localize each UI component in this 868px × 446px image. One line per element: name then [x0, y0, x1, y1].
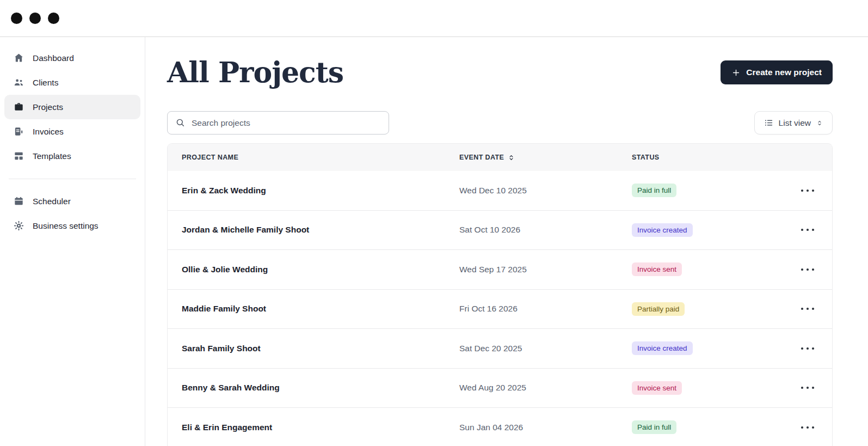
status-cell: Partially paid: [632, 302, 783, 316]
templates-icon: [13, 150, 24, 162]
event-date-cell: Wed Sep 17 2025: [459, 265, 632, 274]
sidebar-divider: [9, 179, 136, 179]
create-new-project-label: Create new project: [746, 68, 822, 77]
sidebar-item-label: Dashboard: [33, 53, 74, 63]
status-cell: Invoice sent: [632, 262, 783, 276]
status-badge: Paid in full: [632, 420, 676, 434]
home-icon: [13, 52, 24, 64]
users-icon: [13, 77, 24, 89]
column-header-event-date[interactable]: EVENT DATE: [459, 154, 632, 161]
window-control-dot[interactable]: [11, 13, 22, 24]
plus-icon: [731, 68, 741, 77]
row-actions-menu-button[interactable]: [797, 224, 818, 235]
project-name-cell: Jordan & Michelle Family Shoot: [182, 225, 459, 235]
status-cell: Paid in full: [632, 184, 783, 197]
table-row[interactable]: Ollie & Jolie WeddingWed Sep 17 2025Invo…: [168, 250, 832, 290]
sidebar-item-dashboard[interactable]: Dashboard: [4, 46, 140, 70]
status-badge: Invoice created: [632, 223, 693, 237]
table-row[interactable]: Sarah Family ShootSat Dec 20 2025Invoice…: [168, 329, 832, 369]
sidebar-item-clients[interactable]: Clients: [4, 70, 140, 95]
table-row[interactable]: Benny & Sarah WeddingWed Aug 20 2025Invo…: [168, 369, 832, 408]
status-cell: Invoice sent: [632, 381, 783, 395]
page-header: All Projects Create new project: [167, 56, 833, 89]
window-control-dot[interactable]: [29, 13, 41, 24]
project-name-cell: Eli & Erin Engagement: [182, 423, 459, 432]
status-cell: Invoice created: [632, 341, 783, 355]
status-badge: Paid in full: [632, 184, 676, 197]
sidebar-item-label: Invoices: [33, 127, 64, 137]
sidebar-item-business-settings[interactable]: Business settings: [4, 213, 140, 238]
row-actions-menu-button[interactable]: [797, 382, 818, 393]
status-badge: Invoice sent: [632, 381, 682, 395]
row-actions-menu-button[interactable]: [797, 264, 818, 275]
sidebar-nav-primary: DashboardClientsProjectsInvoicesTemplate…: [4, 46, 140, 168]
briefcase-icon: [13, 101, 24, 113]
project-name-cell: Benny & Sarah Wedding: [182, 383, 459, 393]
status-cell: Invoice created: [632, 223, 783, 237]
window-control-dot[interactable]: [48, 13, 59, 24]
event-date-cell: Sat Dec 20 2025: [459, 344, 632, 353]
status-badge: Invoice sent: [632, 262, 682, 276]
sidebar-item-invoices[interactable]: Invoices: [4, 119, 140, 144]
gear-icon: [13, 220, 24, 232]
sidebar-item-scheduler[interactable]: Scheduler: [4, 189, 140, 213]
table-row[interactable]: Jordan & Michelle Family ShootSat Oct 10…: [168, 211, 832, 251]
sort-up-down-icon: [508, 154, 515, 161]
main-content: All Projects Create new project: [145, 37, 868, 446]
view-mode-select[interactable]: List view: [754, 111, 833, 135]
sidebar-item-label: Clients: [33, 78, 58, 88]
table-body: Erin & Zack WeddingWed Dec 10 2025Paid i…: [168, 171, 832, 446]
status-cell: Paid in full: [632, 420, 783, 434]
sidebar-item-label: Templates: [33, 151, 71, 161]
table-row[interactable]: Erin & Zack WeddingWed Dec 10 2025Paid i…: [168, 171, 832, 211]
event-date-cell: Wed Aug 20 2025: [459, 383, 632, 393]
table-row[interactable]: Maddie Family ShootFri Oct 16 2026Partia…: [168, 290, 832, 329]
row-actions-menu-button[interactable]: [797, 303, 818, 314]
event-date-cell: Sat Oct 10 2026: [459, 225, 632, 235]
search-icon: [175, 118, 186, 128]
event-date-cell: Wed Dec 10 2025: [459, 186, 632, 195]
row-actions-menu-button[interactable]: [797, 343, 818, 354]
status-badge: Partially paid: [632, 302, 685, 316]
sidebar-item-projects[interactable]: Projects: [4, 95, 140, 119]
window-titlebar: [0, 0, 868, 37]
search-projects-box: [167, 111, 389, 135]
create-new-project-button[interactable]: Create new project: [721, 60, 833, 84]
project-name-cell: Sarah Family Shoot: [182, 344, 459, 353]
project-name-cell: Maddie Family Shoot: [182, 304, 459, 314]
window-controls: [11, 13, 59, 24]
page-title: All Projects: [167, 56, 343, 89]
sidebar-item-label: Projects: [33, 102, 63, 112]
table-header-row: PROJECT NAME EVENT DATE STATUS: [168, 144, 832, 171]
event-date-cell: Fri Oct 16 2026: [459, 304, 632, 314]
sidebar-item-label: Business settings: [33, 221, 99, 231]
event-date-cell: Sun Jan 04 2026: [459, 423, 632, 432]
app-shell: DashboardClientsProjectsInvoicesTemplate…: [0, 37, 868, 446]
up-down-chevrons-icon: [816, 119, 823, 127]
column-header-project-name: PROJECT NAME: [182, 154, 459, 161]
row-actions-menu-button[interactable]: [797, 185, 818, 196]
sidebar: DashboardClientsProjectsInvoicesTemplate…: [0, 37, 145, 446]
column-header-status: STATUS: [632, 154, 783, 161]
search-projects-input[interactable]: [192, 118, 381, 128]
status-badge: Invoice created: [632, 341, 693, 355]
projects-table: PROJECT NAME EVENT DATE STATUS Erin & Za…: [167, 143, 833, 446]
calendar-icon: [13, 195, 24, 207]
invoice-icon: [13, 126, 24, 138]
view-mode-label: List view: [779, 118, 811, 128]
row-actions-menu-button[interactable]: [797, 422, 818, 433]
sidebar-nav-secondary: SchedulerBusiness settings: [4, 189, 140, 238]
toolbar: List view: [167, 111, 833, 135]
sidebar-item-label: Scheduler: [33, 197, 71, 206]
project-name-cell: Ollie & Jolie Wedding: [182, 265, 459, 274]
table-row[interactable]: Eli & Erin EngagementSun Jan 04 2026Paid…: [168, 408, 832, 446]
list-icon: [764, 118, 774, 128]
sidebar-item-templates[interactable]: Templates: [4, 144, 140, 168]
project-name-cell: Erin & Zack Wedding: [182, 186, 459, 195]
